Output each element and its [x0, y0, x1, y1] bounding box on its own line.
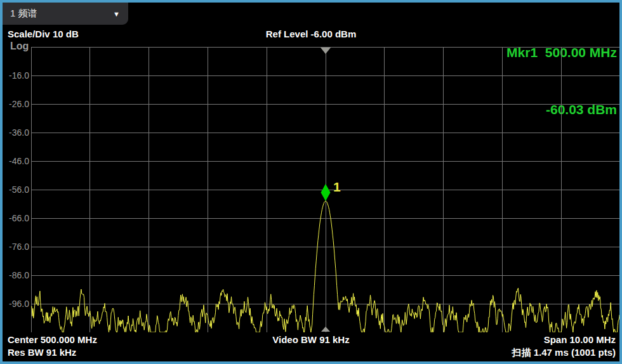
y-axis-tick-label: -26.0: [4, 99, 29, 109]
sweep-time-label: 扫描 1.47 ms (1001 pts): [512, 347, 616, 359]
trace-selector-label: 1 频谱: [3, 8, 37, 20]
trace-selector-dropdown[interactable]: 1 频谱 ▼: [3, 3, 128, 25]
y-axis-tick-label: -86.0: [4, 270, 29, 280]
center-frequency-marker-icon: [321, 327, 330, 332]
y-axis-tick-label: -36.0: [4, 127, 29, 138]
spectrum-plot: 1: [31, 47, 620, 332]
y-axis-tick-label: -66.0: [4, 213, 29, 223]
marker-1-diamond-icon[interactable]: [321, 184, 331, 201]
res-bw-label: Res BW 91 kHz: [8, 347, 76, 358]
ref-level-marker-icon: [321, 48, 331, 54]
y-axis-tick-label: -76.0: [4, 242, 29, 252]
amplitude-scale-type-label: Log: [10, 41, 29, 52]
dropdown-caret-icon: ▼: [113, 10, 128, 18]
y-axis-tick-label: -16.0: [4, 70, 29, 81]
spectrum-analyzer-screen: 1 频谱 ▼ Scale/Div 10 dB Ref Level -6.00 d…: [0, 0, 622, 364]
y-axis-tick-label: -56.0: [4, 185, 29, 195]
y-axis-tick-label: -46.0: [4, 156, 29, 166]
y-axis-tick-label: -96.0: [4, 299, 29, 309]
span-label: Span 10.00 MHz: [544, 334, 616, 345]
video-bw-label: Video BW 91 kHz: [3, 334, 619, 345]
marker-1-label: 1: [333, 179, 341, 194]
